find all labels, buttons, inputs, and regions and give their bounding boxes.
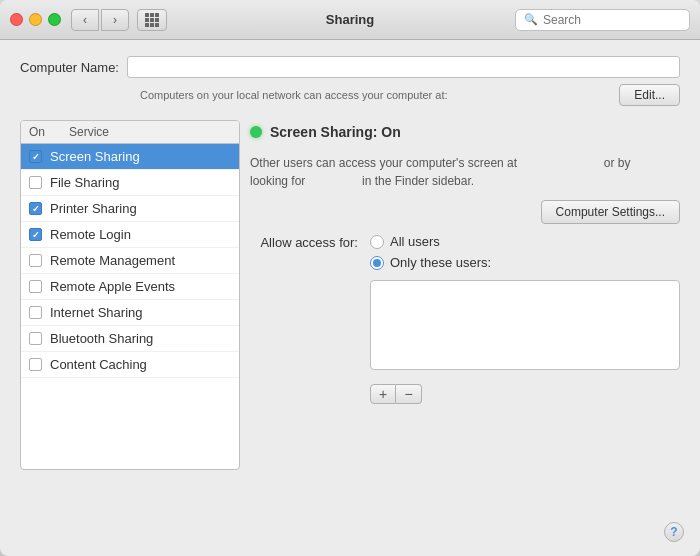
detail-panel: Screen Sharing: On Other users can acces…: [250, 120, 680, 470]
add-user-button[interactable]: +: [370, 384, 396, 404]
main-content: Computer Name: Computers on your local n…: [0, 40, 700, 486]
service-label-printer-sharing: Printer Sharing: [50, 201, 137, 216]
status-dot: [250, 126, 262, 138]
computer-name-row: Computer Name:: [20, 56, 680, 78]
status-title: Screen Sharing: On: [270, 124, 401, 140]
computer-name-input[interactable]: [127, 56, 680, 78]
all-users-option[interactable]: All users: [370, 234, 491, 249]
users-list: [370, 280, 680, 370]
minimize-button[interactable]: [29, 13, 42, 26]
nav-buttons: ‹ ›: [71, 9, 129, 31]
only-these-users-label: Only these users:: [390, 255, 491, 270]
computer-name-label: Computer Name:: [20, 60, 119, 75]
service-label-bluetooth-sharing: Bluetooth Sharing: [50, 331, 153, 346]
service-item-screen-sharing[interactable]: Screen Sharing: [21, 144, 239, 170]
computer-settings-button[interactable]: Computer Settings...: [541, 200, 680, 224]
search-input[interactable]: [543, 13, 681, 27]
title-bar: ‹ › Sharing 🔍: [0, 0, 700, 40]
service-label-remote-management: Remote Management: [50, 253, 175, 268]
service-item-remote-login[interactable]: Remote Login: [21, 222, 239, 248]
service-item-internet-sharing[interactable]: Internet Sharing: [21, 300, 239, 326]
checkbox-file-sharing[interactable]: [29, 176, 42, 189]
checkbox-remote-management[interactable]: [29, 254, 42, 267]
service-item-content-caching[interactable]: Content Caching: [21, 352, 239, 378]
edit-button[interactable]: Edit...: [619, 84, 680, 106]
access-options: All users Only these users:: [370, 234, 491, 270]
header-on: On: [29, 125, 69, 139]
service-item-remote-apple-events[interactable]: Remote Apple Events: [21, 274, 239, 300]
service-list: On Service Screen Sharing File Sharing P…: [20, 120, 240, 470]
checkbox-content-caching[interactable]: [29, 358, 42, 371]
service-item-remote-management[interactable]: Remote Management: [21, 248, 239, 274]
status-row: Screen Sharing: On: [250, 120, 680, 144]
service-item-printer-sharing[interactable]: Printer Sharing: [21, 196, 239, 222]
all-users-label: All users: [390, 234, 440, 249]
remove-user-button[interactable]: −: [396, 384, 422, 404]
checkbox-remote-apple-events[interactable]: [29, 280, 42, 293]
service-label-remote-apple-events: Remote Apple Events: [50, 279, 175, 294]
only-these-users-radio[interactable]: [370, 256, 384, 270]
window: ‹ › Sharing 🔍 Computer Name: Computers o…: [0, 0, 700, 556]
service-label-remote-login: Remote Login: [50, 227, 131, 242]
computer-name-subtext: Computers on your local network can acce…: [140, 89, 448, 101]
checkbox-remote-login[interactable]: [29, 228, 42, 241]
help-button[interactable]: ?: [664, 522, 684, 542]
grid-button[interactable]: [137, 9, 167, 31]
access-row: Allow access for: All users Only these u…: [250, 234, 680, 270]
services-panel: On Service Screen Sharing File Sharing P…: [20, 120, 680, 470]
header-service: Service: [69, 125, 231, 139]
computer-name-sub: Computers on your local network can acce…: [20, 84, 680, 106]
grid-icon: [145, 13, 159, 27]
service-item-bluetooth-sharing[interactable]: Bluetooth Sharing: [21, 326, 239, 352]
description-text: Other users can access your computer's s…: [250, 154, 680, 190]
service-label-internet-sharing: Internet Sharing: [50, 305, 143, 320]
search-icon: 🔍: [524, 13, 538, 26]
list-controls: + −: [370, 384, 680, 404]
close-button[interactable]: [10, 13, 23, 26]
service-list-header: On Service: [21, 121, 239, 144]
service-label-file-sharing: File Sharing: [50, 175, 119, 190]
access-for-label: Allow access for:: [250, 234, 370, 250]
forward-button[interactable]: ›: [101, 9, 129, 31]
back-button[interactable]: ‹: [71, 9, 99, 31]
all-users-radio[interactable]: [370, 235, 384, 249]
checkbox-printer-sharing[interactable]: [29, 202, 42, 215]
access-section: Allow access for: All users Only these u…: [250, 234, 680, 270]
service-label-screen-sharing: Screen Sharing: [50, 149, 140, 164]
checkbox-internet-sharing[interactable]: [29, 306, 42, 319]
search-bar[interactable]: 🔍: [515, 9, 690, 31]
checkbox-bluetooth-sharing[interactable]: [29, 332, 42, 345]
service-label-content-caching: Content Caching: [50, 357, 147, 372]
maximize-button[interactable]: [48, 13, 61, 26]
service-item-file-sharing[interactable]: File Sharing: [21, 170, 239, 196]
window-title: Sharing: [326, 12, 374, 27]
only-these-users-option[interactable]: Only these users:: [370, 255, 491, 270]
checkbox-screen-sharing[interactable]: [29, 150, 42, 163]
traffic-lights: [10, 13, 61, 26]
